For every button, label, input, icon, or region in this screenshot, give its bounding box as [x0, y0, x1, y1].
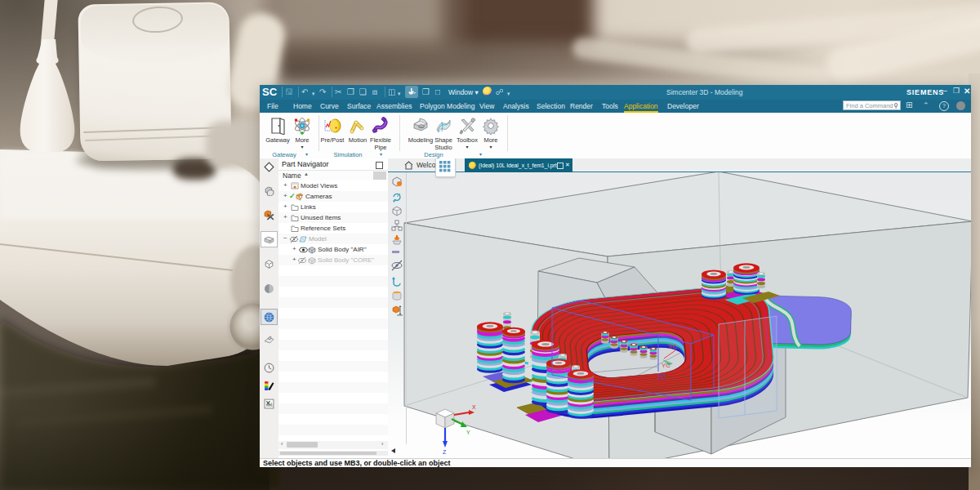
svg-text:Z: Z: [443, 449, 447, 455]
svg-text:YC: YC: [662, 362, 670, 369]
svg-text:Y: Y: [466, 430, 470, 435]
svg-text:XC: XC: [668, 343, 677, 350]
svg-text:X: X: [472, 404, 476, 410]
svg-text:ZC: ZC: [657, 373, 666, 381]
